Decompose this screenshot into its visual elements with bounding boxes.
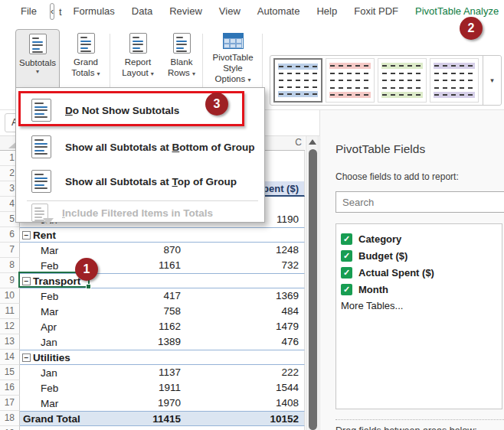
more-tables-link[interactable]: More Tables... (341, 300, 502, 311)
menu-item-label: Do Not Show Subtotals (65, 105, 179, 116)
tab-foxit-pdf[interactable]: Foxit PDF (345, 0, 407, 23)
checked-checkbox[interactable]: ✓ (341, 233, 352, 245)
row-number[interactable]: 14 (0, 350, 20, 365)
cell-budget[interactable] (90, 274, 188, 288)
subtotals-button[interactable]: Subtotals▾ (15, 29, 60, 90)
cell-row-label[interactable]: Mar (20, 243, 90, 258)
cell-actual-spent[interactable] (188, 426, 304, 430)
cell-actual-spent[interactable]: 1544 (188, 380, 304, 396)
report-layout-button[interactable]: ReportLayout ▾ (115, 29, 161, 90)
cell-row-label[interactable]: Mar (20, 396, 90, 411)
row-number[interactable]: 18 (0, 411, 20, 426)
collapse-button-icon[interactable]: − (22, 353, 31, 362)
icon-line (34, 174, 44, 175)
cell-budget[interactable] (90, 426, 188, 430)
cell-row-label[interactable]: Feb (20, 380, 90, 396)
field-item-actual-spent-[interactable]: ✓Actual Spent ($) (341, 264, 502, 281)
row-number[interactable]: 17 (0, 396, 20, 411)
cell-row-label[interactable]: Grand Total (20, 412, 90, 425)
row-number[interactable]: 19 (0, 426, 20, 430)
pivottable-style-options-button[interactable]: PivotTable StyleOptions ▾ (205, 29, 260, 90)
cell-row-label[interactable]: Mar (20, 304, 90, 319)
cell-actual-spent[interactable] (188, 350, 304, 364)
tab-pivottable-analyze[interactable]: PivotTable Analyze (407, 0, 504, 23)
checked-checkbox[interactable]: ✓ (341, 250, 352, 262)
cell-budget[interactable] (90, 228, 188, 242)
row-number[interactable]: 11 (0, 304, 20, 319)
cell-budget[interactable]: 1161 (90, 258, 188, 273)
scrollbar-thumb[interactable] (309, 149, 317, 430)
row-number[interactable]: 10 (0, 288, 20, 304)
cell-row-label[interactable]: −Rent (20, 228, 90, 242)
cell-budget[interactable]: 417 (90, 288, 188, 304)
tab-formulas[interactable]: Formulas (65, 0, 123, 23)
row-number[interactable]: 9 (0, 273, 20, 288)
cell-actual-spent[interactable]: 484 (188, 304, 304, 319)
blank-rows-button[interactable]: BlankRows ▾ (162, 29, 201, 90)
tab-data[interactable]: Data (123, 0, 161, 23)
menu-item-icon-wrap (31, 204, 48, 222)
field-item-month[interactable]: ✓Month (341, 281, 502, 298)
row-number[interactable]: 16 (0, 380, 20, 396)
cell-actual-spent[interactable]: 10152 (188, 412, 304, 425)
cell-budget[interactable]: 1137 (90, 365, 188, 380)
icon-line (34, 187, 47, 189)
cell-budget[interactable]: 758 (90, 304, 188, 319)
swatch-dashes (382, 87, 422, 89)
cell-actual-spent[interactable]: 1408 (188, 396, 304, 411)
row-number[interactable]: 8 (0, 258, 20, 273)
row-number[interactable]: 15 (0, 365, 20, 380)
row-number[interactable]: 7 (0, 243, 20, 258)
cell-actual-spent[interactable]: 1248 (188, 243, 304, 258)
style-swatch-red[interactable] (326, 58, 375, 103)
tab-help[interactable]: Help (308, 0, 345, 23)
tab-file[interactable]: File (12, 0, 45, 23)
cell-row-label[interactable]: −Utilities (20, 350, 90, 364)
cell-actual-spent[interactable]: 222 (188, 365, 304, 380)
cell-actual-spent[interactable]: 1369 (188, 288, 304, 304)
style-swatch-green[interactable] (378, 58, 427, 103)
collapse-button-icon[interactable]: − (22, 231, 31, 239)
style-swatch-blue[interactable] (273, 58, 322, 103)
cell-budget[interactable]: 1970 (90, 396, 188, 411)
tab-automate[interactable]: Automate (249, 0, 309, 23)
collapse-button-icon[interactable]: − (22, 277, 31, 285)
row-number[interactable]: 13 (0, 334, 20, 350)
tab-review[interactable]: Review (161, 0, 211, 23)
tab-view[interactable]: View (211, 0, 249, 23)
cell-row-label[interactable]: Jan (20, 334, 90, 350)
field-item-budget-[interactable]: ✓Budget ($) (341, 247, 502, 264)
ribbon-collapse-button[interactable]: ‹ (50, 3, 54, 20)
row-cells: −Utilities (20, 350, 305, 365)
checked-checkbox[interactable]: ✓ (341, 284, 352, 295)
scroll-up-arrow-icon[interactable] (309, 139, 316, 145)
pivottable-style-options-label: PivotTable StyleOptions ▾ (205, 52, 260, 84)
menu-item-show-all-subtotals-at-top-of-group[interactable]: Show all Subtotals at Top of Group (16, 165, 264, 197)
cell-row-label[interactable]: Apr (20, 319, 90, 334)
column-header-c[interactable]: C (293, 137, 304, 148)
field-item-category[interactable]: ✓Category (341, 230, 502, 247)
checked-checkbox[interactable]: ✓ (341, 267, 352, 279)
cell-actual-spent[interactable]: 476 (188, 334, 304, 350)
cell-budget[interactable]: 1162 (90, 319, 188, 334)
menu-item-show-all-subtotals-at-bottom-of-group[interactable]: Show all Subtotals at Bottom of Group (16, 131, 264, 163)
vertical-scrollbar[interactable] (306, 136, 319, 430)
cell-row-label[interactable]: Feb (20, 288, 90, 304)
gallery-more-button[interactable]: ▾ (483, 56, 501, 105)
cell-budget[interactable]: 1911 (90, 380, 188, 396)
row-number[interactable]: 6 (0, 227, 20, 243)
grand-totals-button[interactable]: GrandTotals ▾ (64, 29, 107, 90)
cell-budget[interactable]: 11415 (90, 412, 188, 425)
row-number[interactable]: 12 (0, 319, 20, 334)
cell-actual-spent[interactable]: 732 (188, 258, 304, 273)
style-swatch-purple[interactable] (430, 58, 479, 103)
cell-actual-spent[interactable] (188, 228, 304, 242)
cell-budget[interactable]: 870 (90, 243, 188, 258)
cell-budget[interactable]: 1389 (90, 334, 188, 350)
cell-row-label[interactable]: Jan (20, 365, 90, 380)
cell-actual-spent[interactable] (188, 274, 304, 288)
cell-budget[interactable] (90, 350, 188, 364)
cell-actual-spent[interactable]: 1479 (188, 319, 304, 334)
fields-search-input[interactable] (335, 191, 504, 213)
cell-row-label[interactable] (20, 426, 90, 430)
